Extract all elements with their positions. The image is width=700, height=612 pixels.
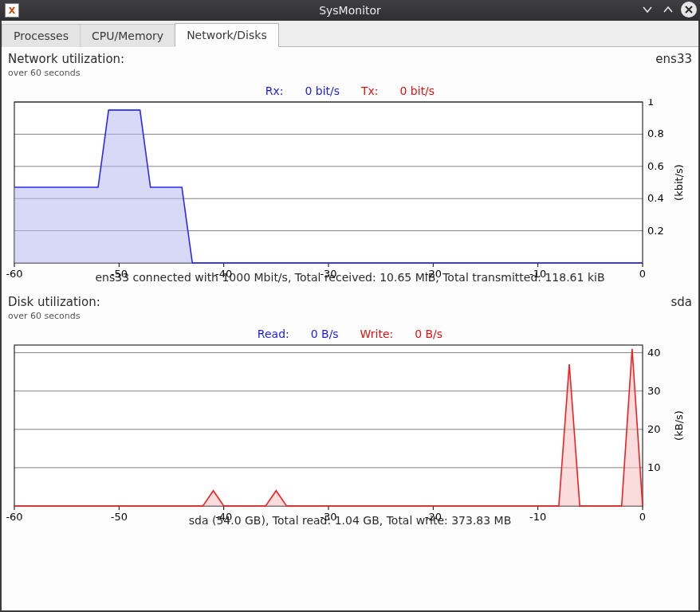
window-title: SysMonitor [0, 4, 700, 17]
app-window: X SysMonitor Processes CPU/Memory Networ… [0, 0, 700, 612]
tab-cpu-memory[interactable]: CPU/Memory [80, 24, 175, 47]
titlebar[interactable]: X SysMonitor [0, 0, 700, 21]
tx-value: 0 bit/s [400, 84, 435, 97]
close-button[interactable] [681, 2, 697, 18]
disk-legend: Read: 0 B/s Write: 0 B/s [6, 328, 694, 342]
disk-subtitle: over 60 seconds [6, 311, 694, 328]
write-label: Write: [360, 328, 394, 340]
svg-text:0: 0 [639, 511, 646, 523]
disk-device: sda [671, 295, 692, 309]
disk-title: Disk utilization: [8, 295, 100, 309]
network-chart: 0.20.40.60.81-60-50-40-30-20-100(kbit/s) [6, 99, 694, 266]
svg-text:-30: -30 [320, 268, 336, 280]
client-area: Processes CPU/Memory Network/Disks Netwo… [2, 21, 698, 610]
svg-text:-60: -60 [6, 268, 23, 280]
network-title: Network utilization: [8, 52, 124, 66]
svg-text:0: 0 [639, 268, 646, 280]
network-chart-svg: 0.20.40.60.81-60-50-40-30-20-100(kbit/s) [6, 99, 686, 284]
network-device: ens33 [655, 52, 692, 66]
svg-text:(kbit/s): (kbit/s) [673, 164, 685, 201]
svg-text:-10: -10 [529, 268, 546, 280]
network-subtitle: over 60 seconds [6, 68, 694, 84]
svg-text:0.4: 0.4 [647, 192, 664, 204]
panes: Network utilization: ens33 over 60 secon… [2, 47, 698, 610]
disk-chart-svg: 10203040-60-50-40-30-20-100(kB/s) [6, 342, 686, 527]
network-legend: Rx: 0 bit/s Tx: 0 bit/s [6, 84, 694, 99]
rx-label: Rx: [265, 84, 284, 97]
tab-processes[interactable]: Processes [2, 24, 81, 47]
write-value: 0 B/s [415, 328, 442, 340]
svg-text:-40: -40 [215, 511, 232, 523]
read-value: 0 B/s [311, 328, 339, 340]
svg-text:-30: -30 [320, 511, 336, 523]
maximize-button[interactable] [660, 2, 676, 18]
svg-text:-60: -60 [6, 511, 23, 523]
svg-text:-50: -50 [111, 511, 128, 523]
read-label: Read: [258, 328, 289, 340]
close-icon [684, 5, 694, 14]
svg-text:-50: -50 [111, 268, 128, 280]
svg-text:40: 40 [647, 347, 661, 359]
svg-text:1: 1 [647, 99, 654, 108]
disk-chart: 10203040-60-50-40-30-20-100(kB/s) [6, 342, 694, 509]
svg-text:0.6: 0.6 [647, 160, 664, 172]
chevron-up-icon [663, 4, 674, 15]
rx-value: 0 bit/s [305, 84, 340, 97]
svg-text:20: 20 [647, 423, 661, 435]
svg-text:30: 30 [647, 385, 661, 397]
network-pane: Network utilization: ens33 over 60 secon… [6, 52, 694, 284]
svg-text:0.8: 0.8 [647, 128, 664, 139]
tx-label: Tx: [361, 84, 379, 97]
tab-bar: Processes CPU/Memory Network/Disks [2, 21, 698, 47]
svg-text:(kB/s): (kB/s) [673, 410, 685, 441]
svg-text:10: 10 [647, 461, 661, 473]
minimize-button[interactable] [639, 2, 655, 18]
app-icon: X [5, 3, 19, 18]
svg-text:-40: -40 [215, 268, 232, 280]
svg-text:-10: -10 [529, 511, 546, 523]
svg-text:-20: -20 [425, 268, 442, 280]
chevron-down-icon [642, 4, 653, 15]
svg-text:-20: -20 [425, 511, 442, 523]
svg-text:0.2: 0.2 [647, 225, 664, 237]
tab-network-disks[interactable]: Network/Disks [175, 23, 279, 47]
svg-rect-26 [14, 345, 643, 506]
disk-pane: Disk utilization: sda over 60 seconds Re… [6, 295, 694, 527]
